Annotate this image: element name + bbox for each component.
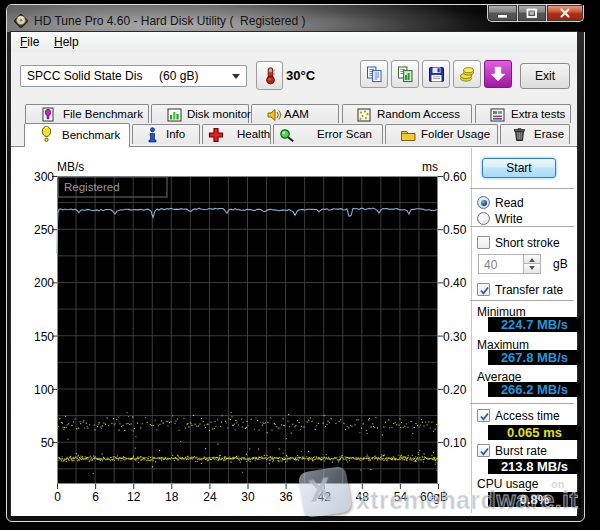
svg-text:0: 0 (54, 490, 61, 504)
svg-text:0.40: 0.40 (443, 276, 467, 290)
svg-text:150: 150 (34, 330, 54, 344)
svg-text:0.10: 0.10 (443, 436, 467, 450)
svg-text:50: 50 (41, 436, 55, 450)
svg-text:6: 6 (92, 490, 99, 504)
svg-text:24: 24 (203, 490, 217, 504)
svg-text:Registered: Registered (64, 181, 120, 193)
svg-text:30: 30 (241, 490, 255, 504)
svg-text:200: 200 (34, 276, 54, 290)
svg-text:ms: ms (422, 160, 438, 174)
svg-text:100: 100 (34, 383, 54, 397)
svg-text:0.60: 0.60 (443, 170, 467, 184)
svg-text:MB/s: MB/s (57, 160, 84, 174)
svg-text:12: 12 (127, 490, 141, 504)
svg-text:0.30: 0.30 (443, 330, 467, 344)
svg-text:300: 300 (34, 170, 54, 184)
svg-text:0.20: 0.20 (443, 383, 467, 397)
svg-text:0.50: 0.50 (443, 223, 467, 237)
svg-text:18: 18 (165, 490, 179, 504)
svg-text:250: 250 (34, 223, 54, 237)
svg-text:36: 36 (279, 490, 293, 504)
